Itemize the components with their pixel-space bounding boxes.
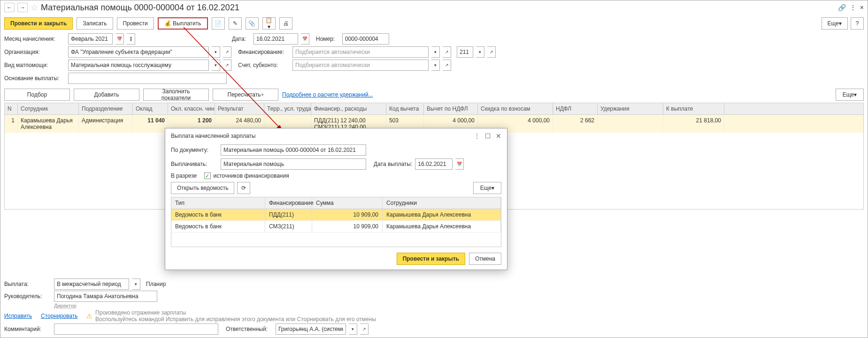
col-finexp: Финансир., расходы — [311, 103, 386, 114]
org-open[interactable]: ↗ — [223, 46, 231, 58]
what-input[interactable] — [221, 158, 366, 170]
doc-input[interactable] — [221, 144, 366, 156]
type-input[interactable] — [68, 60, 209, 71]
dialog-more-icon[interactable]: ⋮ — [474, 132, 480, 140]
kosgu-open[interactable]: ↗ — [487, 46, 496, 58]
link-icon[interactable]: 🔗 — [838, 4, 846, 11]
pick-button[interactable]: Подбор — [4, 89, 70, 101]
month-spinner[interactable]: ▴▾ — [127, 33, 135, 45]
add-button[interactable]: Добавить — [74, 89, 139, 101]
month-calendar-icon[interactable]: 📅 — [115, 33, 124, 45]
fin-input[interactable] — [292, 46, 429, 58]
dialog-more-button[interactable]: Еще ▾ — [473, 182, 501, 194]
comment-input[interactable] — [54, 323, 218, 335]
resp-input[interactable] — [276, 323, 346, 335]
pay-input[interactable] — [54, 278, 129, 290]
copy-icon-button[interactable]: 📋▾ — [262, 17, 276, 30]
dcol-sum: Сумма — [312, 197, 383, 209]
nav-forward-button[interactable]: → — [17, 3, 28, 12]
fin-dropdown[interactable]: ▾ — [431, 46, 440, 58]
number-label: Номер: — [316, 36, 339, 42]
post-close-button[interactable]: Провести и закрыть — [4, 17, 73, 30]
pay-button[interactable]: 💰 Выплатить — [158, 17, 208, 30]
split-label: В разрезе — [171, 173, 197, 179]
resp-label: Ответственный: — [226, 326, 273, 332]
col-result: Результат — [215, 103, 264, 114]
col-classrank: Окл. классн. чин — [168, 103, 215, 114]
fin-label: Финансирование: — [238, 49, 290, 55]
dialog-row-0[interactable]: Ведомость в банк ПДД(211) 10 909,00 Кара… — [171, 209, 501, 221]
type-dropdown[interactable]: ▾ — [212, 60, 220, 71]
close-icon[interactable]: × — [860, 4, 864, 11]
col-topay: К выплате — [663, 103, 724, 114]
reason-label: Основание выплаты: — [4, 75, 65, 82]
dialog-cancel-button[interactable]: Отмена — [469, 253, 501, 265]
dialog-title: Выплата начисленной зарплаты — [171, 133, 255, 139]
dialog-grid[interactable]: Тип Финансирование Сумма Сотрудники Ведо… — [171, 197, 501, 247]
col-salary: Оклад — [133, 103, 168, 114]
pay-dropdown[interactable]: ▾ — [132, 278, 140, 290]
org-input[interactable] — [68, 46, 209, 58]
details-link[interactable]: Подробнее о расчете удержаний... — [282, 91, 373, 98]
write-button[interactable]: Записать — [77, 17, 113, 30]
type-open[interactable]: ↗ — [223, 60, 231, 71]
fin-open[interactable]: ↗ — [443, 46, 451, 58]
org-dropdown[interactable]: ▾ — [212, 46, 220, 58]
account-input[interactable] — [292, 60, 429, 71]
help-button[interactable]: ? — [851, 17, 864, 30]
fill-button[interactable]: Заполнить показатели — [143, 89, 209, 101]
more-icon[interactable]: ⋮ — [850, 4, 856, 11]
month-input[interactable] — [68, 33, 113, 45]
post-button[interactable]: Провести — [117, 17, 154, 30]
recalc-button[interactable]: Пересчитать ▾ — [213, 89, 278, 101]
open-vedomost-button[interactable]: Открыть ведомость — [171, 182, 234, 194]
date-calendar-icon[interactable]: 📅 — [301, 33, 309, 45]
dialog-post-close-button[interactable]: Провести и закрыть — [397, 253, 465, 265]
refresh-button[interactable]: ⟳ — [237, 182, 250, 194]
dialog-max-icon[interactable]: ☐ — [485, 132, 491, 140]
more-button[interactable]: Еще ▾ — [822, 17, 848, 30]
pay-label: Выплата: — [4, 281, 51, 287]
split-checkbox[interactable]: ✓ — [204, 173, 211, 179]
date-label: Дата: — [232, 36, 251, 42]
table-more-button[interactable]: Еще ▾ — [836, 89, 864, 101]
paydate-input[interactable] — [415, 158, 453, 170]
reason-input[interactable] — [68, 73, 227, 84]
storno-link[interactable]: Сторнировать — [41, 313, 77, 319]
month-label: Месяц начисления: — [4, 36, 65, 42]
mgr-label: Руководитель: — [4, 293, 51, 300]
money-icon: 💰 — [164, 20, 171, 27]
mgr-role: Директор — [54, 303, 77, 308]
col-emp: Сотрудник — [18, 103, 79, 114]
account-open[interactable]: ↗ — [443, 60, 451, 71]
warn-text1: Произведено отражение зарплаты — [95, 309, 186, 316]
kosgu-input[interactable] — [457, 46, 473, 58]
fix-link[interactable]: Исправить — [4, 313, 32, 319]
paydate-label: Дата выплаты: — [374, 161, 412, 167]
edit-icon-button[interactable]: ✎ — [229, 17, 242, 30]
account-dropdown[interactable]: ▾ — [431, 60, 440, 71]
mgr-input[interactable] — [54, 291, 157, 302]
resp-dropdown[interactable]: ▾ — [349, 323, 357, 335]
resp-open[interactable]: ↗ — [360, 323, 369, 335]
report-icon-button[interactable]: 📄 — [212, 17, 225, 30]
comment-label: Комментарий: — [4, 326, 51, 332]
col-dedcode: Код вычета — [386, 103, 424, 114]
dialog-close-icon[interactable]: ✕ — [496, 132, 501, 140]
number-input[interactable] — [342, 33, 389, 45]
favorite-star-icon[interactable]: ☆ — [31, 2, 38, 13]
date-input[interactable] — [253, 33, 298, 45]
col-terr: Терр., усл. труда — [264, 103, 311, 114]
payment-dialog: Выплата начисленной зарплаты ⋮ ☐ ✕ По до… — [165, 128, 507, 270]
col-contrdisc: Скидка по взносам — [478, 103, 553, 114]
paydate-calendar-icon[interactable]: 📅 — [455, 158, 464, 170]
dialog-row-1[interactable]: Ведомость в банк СМЗ(211) 10 909,00 Кара… — [171, 221, 501, 233]
attach-icon-button[interactable]: 📎 — [246, 17, 259, 30]
plan-label: Планир — [146, 281, 166, 287]
what-label: Выплачивать: — [171, 161, 218, 167]
warning-icon: ⚠ — [86, 312, 92, 320]
print-icon-button[interactable]: 🖨 — [279, 17, 292, 30]
dcol-type: Тип — [171, 197, 265, 209]
kosgu-dropdown[interactable]: ▾ — [476, 46, 484, 58]
nav-back-button[interactable]: ← — [4, 3, 15, 12]
